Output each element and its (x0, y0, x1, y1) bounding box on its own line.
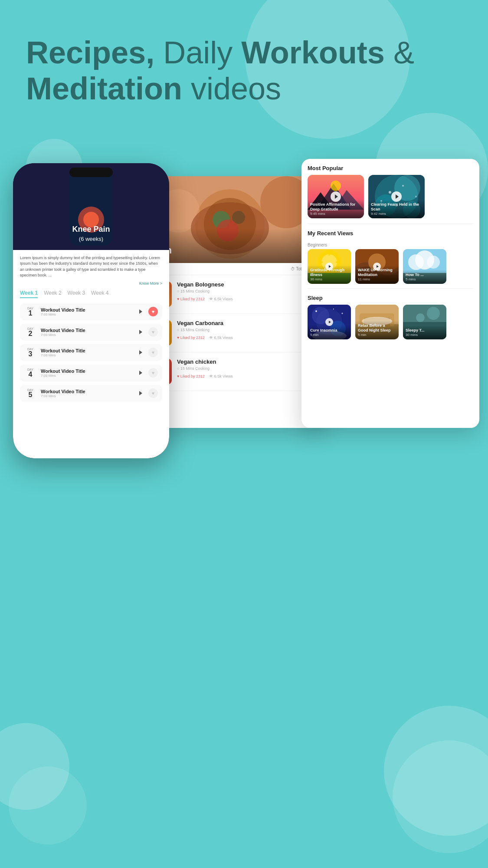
heart-button-3[interactable]: ♥ (148, 348, 158, 357)
recent-title: My Recent Views (301, 224, 479, 240)
play-button-2[interactable] (136, 328, 145, 336)
med-card-duration-2: 9:42 mins (371, 212, 422, 216)
day-badge-5: DAY 5 (24, 388, 36, 398)
tab-week3[interactable]: Week 3 (68, 290, 85, 298)
svg-point-24 (389, 191, 391, 194)
tab-week2[interactable]: Week 2 (44, 290, 61, 298)
med-card-popular-1[interactable]: Positive Affirmations for Deep Gratitude… (308, 175, 364, 218)
workout-title-5: Workout Video Title (41, 389, 136, 394)
workout-info-4: Workout Video Title 7:03 Mins (41, 368, 136, 378)
svg-point-25 (402, 185, 404, 187)
workout-controls-4: ♥ (136, 368, 158, 378)
med-card-recent-3[interactable]: How To ... 5 mins (403, 249, 446, 284)
heart-button-1[interactable]: ♥ (148, 307, 158, 316)
title-workouts: Workouts (241, 35, 385, 70)
day-num-4: 4 (29, 371, 33, 378)
med-card-title-2: Clearing Fears Held in the Scan (371, 202, 422, 212)
recipe-stats-1: ♥ Liked by 2312 👁 6.5k Views (177, 297, 318, 301)
day-badge-3: DAY 3 (24, 348, 36, 358)
day-badge-1: DAY 1 (24, 307, 36, 317)
recipe-name-2: Vegan Carbonara (177, 320, 318, 326)
title-meditation: Meditation (26, 71, 182, 106)
play-button-3[interactable] (136, 348, 145, 357)
workout-info-5: Workout Video Title 7:03 Mins (41, 389, 136, 398)
med-card-sleep-2[interactable]: Relax Before a Good Night Sleep 5 min (355, 305, 399, 339)
med-play-icon-1[interactable] (331, 191, 341, 202)
recipe-stats-2: ♥ Liked by 2312 👁 6.5k Views (177, 335, 318, 340)
workout-title-4: Workout Video Title (41, 368, 136, 374)
heart-button-4[interactable]: ♥ (148, 368, 158, 378)
recipe-cooking-3: ○ 15 Mins Cooking (177, 366, 318, 371)
most-popular-row: Positive Affirmations for Deep Gratitude… (301, 175, 479, 224)
recipe-info-1: Vegan Bolognese ○ 15 Mins Cooking ♥ Like… (177, 281, 318, 301)
recipe-info-3: Vegan chicken ○ 15 Mins Cooking ♥ Liked … (177, 358, 318, 378)
med-card-recent-duration-3: 5 mins (406, 277, 444, 281)
workout-duration-5: 7:03 Mins (41, 394, 136, 398)
svg-point-61 (416, 313, 425, 322)
play-button-1[interactable] (136, 307, 145, 316)
tab-week1[interactable]: Week 1 (20, 290, 38, 298)
heart-button-5[interactable]: ♥ (148, 388, 158, 398)
workout-title-1: Workout Video Title (41, 307, 136, 312)
most-popular-title: Most Popular (301, 159, 479, 175)
bottom-circle-2 (9, 766, 87, 845)
med-card-popular-2[interactable]: Clearing Fears Held in the Scan 9:42 min… (368, 175, 425, 218)
tab-week4[interactable]: Week 4 (91, 290, 108, 298)
med-card-sleep-3[interactable]: Sleepy T... 30 mins (403, 305, 446, 339)
day-badge-4: DAY 4 (24, 368, 36, 378)
phone-notch (69, 168, 113, 177)
sleep-title: Sleep (301, 289, 479, 305)
recipe-views-3: 👁 6.5k Views (209, 374, 233, 378)
workout-duration-3: 7:03 Mins (41, 353, 136, 357)
workout-item-5: DAY 5 Workout Video Title 7:03 Mins ♥ (20, 385, 162, 402)
med-play-icon-r1[interactable] (325, 263, 333, 270)
week-tabs: Week 1 Week 2 Week 3 Week 4 (20, 290, 162, 298)
med-play-icon-r2[interactable] (373, 263, 381, 270)
med-card-sleep-duration-2: 5 min (358, 333, 396, 337)
know-more-link[interactable]: Know More > (20, 281, 162, 286)
workout-duration-4: 7:03 Mins (41, 374, 136, 378)
svg-point-50 (333, 309, 334, 309)
med-card-recent-1[interactable]: Gratitude Through Illness 36 mins (308, 249, 351, 284)
play-button-5[interactable] (136, 389, 145, 398)
sleep-row: Cure Insomnia 5 min Relax Before a Good … (301, 305, 479, 344)
med-card-title-1: Positive Affirmations for Deep Gratitude (310, 202, 361, 212)
recipe-views-1: 👁 6.5k Views (209, 297, 233, 301)
recipe-likes-1: ♥ Liked by 2312 (177, 297, 205, 301)
med-play-icon-2[interactable] (391, 191, 402, 202)
day-badge-2: DAY 2 (24, 327, 36, 337)
med-card-overlay-2: Clearing Fears Held in the Scan 9:42 min… (368, 200, 425, 218)
svg-point-26 (415, 196, 417, 197)
med-card-recent-title-3: How To ... (406, 273, 444, 277)
heart-button-2[interactable]: ♥ (148, 327, 158, 337)
med-card-sleep-overlay-1: Cure Insomnia 5 min (308, 326, 351, 339)
bottom-area (0, 706, 488, 868)
mockups-area: Knee Pain (6 weeks) Lorem Ipsum is simpl… (0, 141, 488, 706)
workout-item-2: DAY 2 Workout Video Title 7:03 Mins ♥ (20, 324, 162, 341)
svg-point-48 (315, 310, 317, 312)
workout-controls-2: ♥ (136, 327, 158, 337)
recipe-stats-3: ♥ Liked by 2312 👁 6.5k Views (177, 374, 318, 378)
recipe-views-2: 👁 6.5k Views (209, 335, 233, 340)
workout-info-3: Workout Video Title 7:03 Mins (41, 348, 136, 357)
play-button-4[interactable] (136, 368, 145, 377)
med-card-sleep-overlay-2: Relax Before a Good Night Sleep 5 min (355, 321, 399, 339)
header-title: Recipes, Daily Workouts & Meditation vid… (26, 35, 462, 107)
recipe-likes-3: ♥ Liked by 2312 (177, 374, 205, 378)
med-card-sleep-overlay-3: Sleepy T... 30 mins (403, 326, 446, 339)
workout-item-3: DAY 3 Workout Video Title 7:03 Mins ♥ (20, 344, 162, 361)
med-play-icon-s1[interactable] (325, 318, 333, 326)
svg-point-43 (427, 256, 440, 269)
svg-point-60 (427, 307, 440, 320)
clock-icon: ⏱ (291, 266, 295, 271)
med-card-recent-2[interactable]: WAKE UP Morning Meditation 11 mins (355, 249, 399, 284)
phone-mockup-workout: Knee Pain (6 weeks) Lorem Ipsum is simpl… (13, 163, 169, 458)
svg-point-49 (342, 312, 343, 314)
med-card-sleep-title-2: Relax Before a Good Night Sleep (358, 323, 396, 333)
recipe-likes-2: ♥ Liked by 2312 (177, 335, 205, 340)
title-and: & (385, 35, 414, 70)
bottom-circle-1 (393, 740, 488, 853)
med-card-recent-overlay-3: How To ... 5 mins (403, 270, 446, 284)
med-card-sleep-1[interactable]: Cure Insomnia 5 min (308, 305, 351, 339)
workout-duration-1: 7:03 Mins (41, 312, 136, 316)
